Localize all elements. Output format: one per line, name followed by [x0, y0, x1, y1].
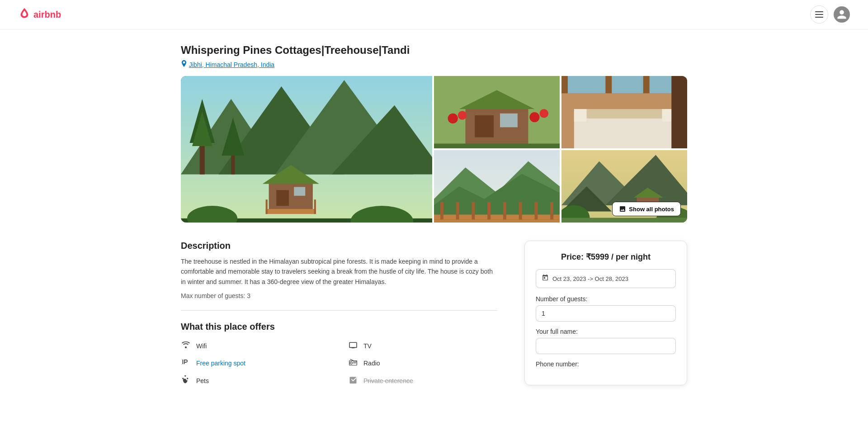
booking-card: Price: ₹5999 / per night Oct 23, 2023 ->… — [524, 241, 687, 385]
offers-heading: What this place offers — [181, 322, 497, 332]
wifi-icon — [181, 341, 191, 351]
show-all-photos-button[interactable]: Show all photos — [612, 202, 681, 216]
svg-point-30 — [529, 112, 539, 122]
svg-rect-35 — [568, 76, 605, 93]
description-section: Description The treehouse is nestled in … — [181, 241, 497, 299]
tv-icon — [348, 341, 358, 351]
amenity-parking: Free parking spot — [181, 358, 330, 368]
guests-input[interactable] — [536, 305, 676, 322]
location-text: Jibhi, Himachal Pradesh, India — [189, 61, 274, 68]
wifi-label: Wifi — [196, 342, 207, 350]
photo-top-right-2 — [561, 76, 687, 148]
fullname-label: Your full name: — [536, 328, 676, 335]
svg-rect-2 — [815, 17, 823, 18]
svg-rect-36 — [612, 76, 643, 93]
svg-point-29 — [458, 111, 467, 119]
airbnb-logo-icon — [18, 7, 31, 23]
phone-group: Phone number: — [536, 360, 676, 368]
svg-rect-53 — [534, 202, 538, 220]
parking-label[interactable]: Free parking spot — [196, 360, 245, 367]
svg-rect-51 — [503, 202, 506, 220]
svg-rect-16 — [294, 187, 305, 195]
amenities-grid: Wifi TV — [181, 341, 497, 386]
fullname-group: Your full name: — [536, 328, 676, 354]
entrance-label: Private enterence — [363, 377, 413, 384]
price-header: Price: ₹5999 / per night — [536, 252, 676, 262]
svg-rect-17 — [266, 209, 316, 214]
photo-main — [181, 76, 432, 223]
guests-label: Number of guests: — [536, 295, 676, 303]
svg-rect-64 — [561, 218, 687, 223]
description-text: The treehouse is nestled in the Himalaya… — [181, 256, 497, 287]
svg-point-28 — [448, 114, 458, 123]
svg-rect-15 — [276, 190, 289, 206]
svg-rect-26 — [475, 115, 494, 137]
svg-rect-18 — [266, 199, 268, 214]
svg-rect-27 — [500, 114, 518, 128]
price-label: Price: ₹5999 / per night — [561, 252, 651, 261]
svg-rect-50 — [487, 202, 491, 220]
description-heading: Description — [181, 241, 497, 251]
svg-rect-46 — [434, 215, 560, 220]
phone-label: Phone number: — [536, 360, 676, 368]
svg-rect-19 — [314, 199, 316, 214]
svg-rect-47 — [440, 202, 443, 220]
photo-grid: Show all photos — [181, 76, 687, 223]
listing-title: Whispering Pines Cottages|Treehouse|Tand… — [181, 44, 687, 57]
logo[interactable]: airbnb — [18, 7, 61, 23]
radio-icon — [348, 358, 358, 368]
amenity-wifi: Wifi — [181, 341, 330, 351]
amenity-pets: Pets — [181, 375, 330, 386]
entrance-icon — [348, 375, 358, 386]
menu-button[interactable] — [810, 5, 828, 24]
svg-rect-52 — [519, 202, 522, 220]
svg-rect-48 — [456, 202, 459, 220]
topbar: airbnb — [0, 0, 868, 29]
svg-point-66 — [350, 362, 352, 364]
nav-right — [810, 5, 850, 24]
svg-rect-13 — [269, 181, 313, 213]
calendar-icon — [542, 274, 549, 283]
offers-section: What this place offers Wifi — [181, 322, 497, 386]
tv-label: TV — [363, 342, 372, 350]
pets-icon — [181, 375, 191, 386]
svg-rect-0 — [815, 11, 823, 12]
svg-point-31 — [540, 109, 548, 118]
amenity-radio: Radio — [348, 358, 497, 368]
divider — [181, 310, 497, 311]
fullname-input[interactable] — [536, 338, 676, 354]
radio-label: Radio — [363, 360, 380, 367]
svg-rect-39 — [574, 109, 675, 118]
svg-rect-32 — [434, 144, 560, 149]
guests-group: Number of guests: — [536, 295, 676, 322]
date-range[interactable]: Oct 23, 2023 -> Oct 28, 2023 — [536, 269, 676, 288]
svg-rect-24 — [466, 106, 528, 148]
svg-rect-42 — [671, 76, 687, 148]
svg-rect-54 — [550, 202, 553, 220]
photo-bottom-right-1 — [434, 150, 560, 223]
photo-top-right-1 — [434, 76, 560, 148]
svg-rect-1 — [815, 14, 823, 15]
amenity-tv: TV — [348, 341, 497, 351]
show-all-photos-label: Show all photos — [629, 206, 674, 213]
content-area: Description The treehouse is nestled in … — [181, 241, 687, 386]
listing-location[interactable]: Jibhi, Himachal Pradesh, India — [181, 60, 687, 69]
location-icon — [181, 60, 187, 69]
main-content: Whispering Pines Cottages|Treehouse|Tand… — [163, 29, 705, 400]
svg-rect-49 — [472, 202, 475, 220]
max-guests: Max number of guests: 3 — [181, 292, 497, 299]
avatar-button[interactable] — [834, 6, 850, 23]
svg-rect-55 — [434, 220, 560, 223]
left-panel: Description The treehouse is nestled in … — [181, 241, 497, 386]
amenity-entrance: Private enterence — [348, 375, 497, 386]
pets-label: Pets — [196, 377, 209, 384]
parking-icon — [181, 358, 191, 368]
svg-rect-40 — [574, 109, 587, 122]
logo-text: airbnb — [33, 9, 61, 20]
dates-text: Oct 23, 2023 -> Oct 28, 2023 — [552, 275, 628, 282]
